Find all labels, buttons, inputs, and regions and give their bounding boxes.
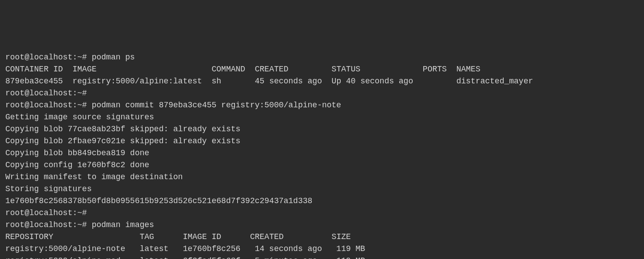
shell-prompt: root@localhost:~# bbox=[5, 89, 87, 98]
ps-header-command: COMMAND bbox=[212, 65, 246, 74]
ps-status: Up 40 seconds ago bbox=[332, 77, 413, 86]
prompt-line-1: root@localhost:~# podman ps bbox=[5, 51, 639, 63]
ps-image: registry:5000/alpine:latest bbox=[72, 77, 202, 86]
commit-output-line: Storing signatures bbox=[5, 183, 639, 195]
ps-header-created: CREATED bbox=[255, 65, 289, 74]
shell-prompt: root@localhost:~# bbox=[5, 53, 87, 62]
commit-output-line: Copying config 1e760bf8c2 done bbox=[5, 159, 639, 171]
images-image-id: 6f2fad5fa68f bbox=[183, 256, 241, 259]
command-text: podman commit 879eba3ce455 registry:5000… bbox=[91, 101, 341, 110]
commit-output-line: Getting image source signatures bbox=[5, 111, 639, 123]
images-created: 14 seconds ago bbox=[255, 244, 322, 253]
ps-names: distracted_mayer bbox=[456, 77, 533, 86]
images-header-size: SIZE bbox=[332, 232, 351, 241]
ps-header-names: NAMES bbox=[456, 65, 480, 74]
commit-output-hash: 1e760bf8c2568378b50fd8b0955615b9253d526c… bbox=[5, 195, 639, 207]
prompt-line-3: root@localhost:~# podman commit 879eba3c… bbox=[5, 99, 639, 111]
images-data-row: registry:5000/alpine-note latest 1e760bf… bbox=[5, 243, 639, 255]
images-size: 119 MB bbox=[336, 244, 365, 253]
ps-container-id: 879eba3ce455 bbox=[5, 77, 63, 86]
shell-prompt: root@localhost:~# bbox=[5, 208, 87, 217]
images-tag: latest bbox=[139, 244, 168, 253]
prompt-line-2: root@localhost:~# bbox=[5, 87, 639, 99]
commit-output-line: Copying blob 77cae8ab23bf skipped: alrea… bbox=[5, 123, 639, 135]
images-data-row: registry:5000/alpine-mod latest 6f2fad5f… bbox=[5, 255, 639, 259]
prompt-line-5: root@localhost:~# podman images bbox=[5, 219, 639, 231]
ps-command: sh bbox=[212, 77, 222, 86]
prompt-line-4: root@localhost:~# bbox=[5, 207, 639, 219]
shell-prompt: root@localhost:~# bbox=[5, 220, 87, 229]
images-repository: registry:5000/alpine-mod bbox=[5, 256, 120, 259]
ps-header-ports: PORTS bbox=[423, 65, 447, 74]
images-created: 5 minutes ago bbox=[255, 256, 317, 259]
commit-output-line: Copying blob 2fbae97c021e skipped: alrea… bbox=[5, 135, 639, 147]
ps-data-row: 879eba3ce455 registry:5000/alpine:latest… bbox=[5, 75, 639, 87]
ps-header-image: IMAGE bbox=[72, 65, 96, 74]
images-header-image-id: IMAGE ID bbox=[183, 232, 221, 241]
images-header-tag: TAG bbox=[139, 232, 154, 241]
images-header-row: REPOSITORY TAG IMAGE ID CREATED SIZE bbox=[5, 231, 639, 243]
command-text: podman ps bbox=[91, 53, 135, 62]
commit-output-line: Writing manifest to image destination bbox=[5, 171, 639, 183]
images-header-repository: REPOSITORY bbox=[5, 232, 53, 241]
images-header-created: CREATED bbox=[250, 232, 284, 241]
images-size: 119 MB bbox=[336, 256, 365, 259]
terminal-output[interactable]: root@localhost:~# podman psCONTAINER ID … bbox=[5, 51, 639, 259]
ps-header-container-id: CONTAINER ID bbox=[5, 65, 63, 74]
ps-created: 45 seconds ago bbox=[255, 77, 322, 86]
images-repository: registry:5000/alpine-note bbox=[5, 244, 125, 253]
shell-prompt: root@localhost:~# bbox=[5, 101, 87, 110]
images-tag: latest bbox=[139, 256, 168, 259]
command-text: podman images bbox=[91, 220, 154, 229]
commit-output-line: Copying blob bb849cbea819 done bbox=[5, 147, 639, 159]
ps-header-status: STATUS bbox=[332, 65, 361, 74]
images-image-id: 1e760bf8c256 bbox=[183, 244, 241, 253]
ps-header-row: CONTAINER ID IMAGE COMMAND CREATED STATU… bbox=[5, 63, 639, 75]
